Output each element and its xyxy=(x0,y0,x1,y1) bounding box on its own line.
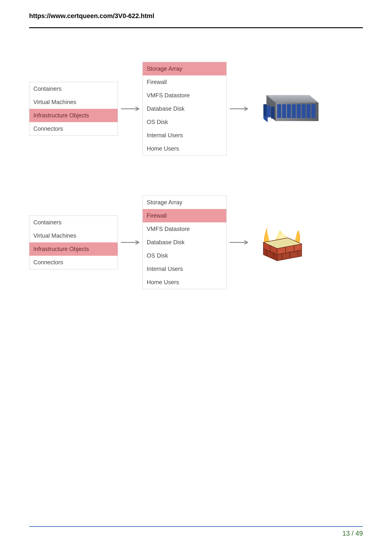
firewall-icon xyxy=(254,220,309,265)
object-panel: Storage Array Firewall VMFS Datastore Da… xyxy=(142,195,227,289)
object-item-os-disk[interactable]: OS Disk xyxy=(143,249,226,262)
object-item-internal-users[interactable]: Internal Users xyxy=(143,129,226,142)
arrow-icon xyxy=(120,106,140,112)
category-item-connectors[interactable]: Connectors xyxy=(29,122,118,135)
svg-rect-16 xyxy=(311,104,315,118)
arrow-to-icon xyxy=(227,106,251,112)
object-item-database-disk[interactable]: Database Disk xyxy=(143,102,226,115)
category-item-virtual-machines[interactable]: Virtual Machines xyxy=(29,229,118,242)
svg-rect-6 xyxy=(263,104,267,116)
object-item-vmfs-datastore[interactable]: VMFS Datastore xyxy=(143,222,226,236)
svg-rect-9 xyxy=(277,104,281,118)
header-divider xyxy=(29,27,363,28)
category-item-connectors[interactable]: Connectors xyxy=(29,256,118,269)
diagram-firewall: Containers Virtual Machines Infrastructu… xyxy=(29,195,363,289)
category-item-infrastructure-objects[interactable]: Infrastructure Objects xyxy=(29,242,118,256)
category-item-infrastructure-objects[interactable]: Infrastructure Objects xyxy=(29,109,118,122)
diagram-storage-array: Containers Virtual Machines Infrastructu… xyxy=(29,62,363,156)
object-item-os-disk[interactable]: OS Disk xyxy=(143,115,226,129)
object-item-firewall[interactable]: Firewall xyxy=(143,76,226,89)
object-item-home-users[interactable]: Home Users xyxy=(143,276,226,289)
arrow-to-icon xyxy=(227,239,251,245)
svg-rect-7 xyxy=(267,105,271,117)
svg-rect-10 xyxy=(282,104,286,118)
header-url: https://www.certqueen.com/3V0-622.html xyxy=(29,12,363,20)
svg-rect-12 xyxy=(292,104,296,118)
arrow-to-objects xyxy=(118,239,142,245)
object-item-vmfs-datastore[interactable]: VMFS Datastore xyxy=(143,89,226,102)
object-item-database-disk[interactable]: Database Disk xyxy=(143,236,226,249)
arrow-to-objects xyxy=(118,106,142,112)
arrow-icon xyxy=(229,106,249,112)
page-number: 13 / 49 xyxy=(29,530,363,537)
object-panel: Storage Array Firewall VMFS Datastore Da… xyxy=(142,62,227,156)
category-panel: Containers Virtual Machines Infrastructu… xyxy=(29,215,118,269)
svg-rect-13 xyxy=(297,104,301,118)
storage-array-icon xyxy=(254,89,322,129)
result-icon-storage xyxy=(251,89,331,129)
category-item-containers[interactable]: Containers xyxy=(29,82,118,96)
category-panel: Containers Virtual Machines Infrastructu… xyxy=(29,82,118,136)
object-item-internal-users[interactable]: Internal Users xyxy=(143,262,226,276)
object-item-home-users[interactable]: Home Users xyxy=(143,142,226,155)
svg-rect-8 xyxy=(271,107,274,119)
arrow-icon xyxy=(120,239,140,245)
svg-rect-14 xyxy=(302,104,306,118)
object-item-storage-array[interactable]: Storage Array xyxy=(143,196,226,209)
footer-divider xyxy=(29,526,363,527)
svg-rect-15 xyxy=(307,104,311,118)
arrow-icon xyxy=(229,239,249,245)
object-item-storage-array[interactable]: Storage Array xyxy=(143,62,226,76)
category-item-virtual-machines[interactable]: Virtual Machines xyxy=(29,96,118,109)
object-item-firewall[interactable]: Firewall xyxy=(143,209,226,222)
page-footer: 13 / 49 xyxy=(29,526,363,537)
result-icon-firewall xyxy=(251,220,331,265)
svg-rect-11 xyxy=(287,104,291,118)
category-item-containers[interactable]: Containers xyxy=(29,216,118,229)
